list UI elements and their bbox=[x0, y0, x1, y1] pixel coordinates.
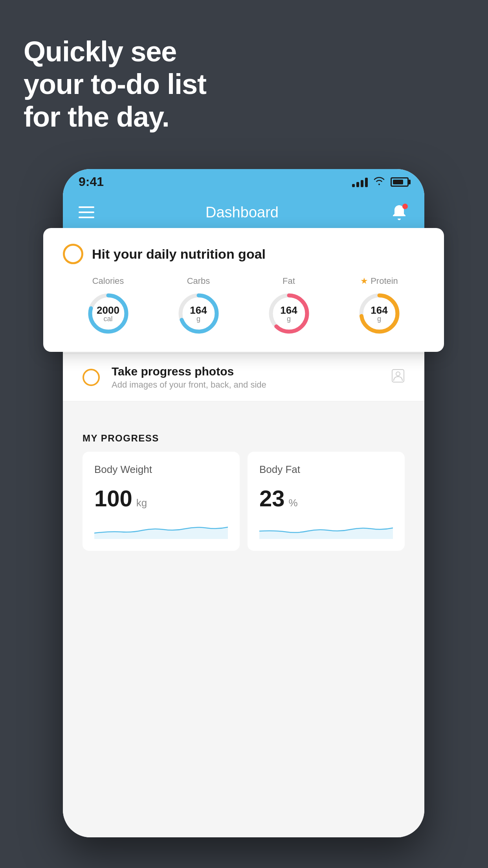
status-icons bbox=[352, 176, 409, 188]
body-weight-value-row: 100 kg bbox=[94, 485, 228, 511]
donut-center-calories: 2000 cal bbox=[97, 305, 119, 322]
nutrition-circles: Calories 2000 cal Carbs bbox=[63, 276, 424, 336]
donut-fat: 164 g bbox=[266, 291, 312, 336]
nutrition-item-fat: Fat 164 g bbox=[266, 276, 312, 336]
calories-unit: cal bbox=[97, 315, 119, 322]
hamburger-menu[interactable] bbox=[79, 206, 94, 218]
body-weight-card: Body Weight 100 kg bbox=[83, 452, 240, 551]
nutrition-label-fat: Fat bbox=[283, 276, 295, 286]
protein-value: 164 bbox=[371, 305, 387, 315]
notification-dot bbox=[402, 204, 408, 209]
donut-calories: 2000 cal bbox=[86, 291, 131, 336]
calories-value: 2000 bbox=[97, 305, 119, 315]
person-icon bbox=[391, 369, 405, 386]
body-weight-chart bbox=[94, 519, 228, 539]
star-icon: ★ bbox=[360, 276, 368, 286]
progress-cards: Body Weight 100 kg Body Fat bbox=[83, 452, 405, 551]
body-fat-value: 23 bbox=[259, 485, 285, 511]
progress-title: MY PROGRESS bbox=[83, 433, 405, 444]
nav-title: Dashboard bbox=[205, 204, 279, 221]
todo-item-photos[interactable]: Take progress photos Add images of your … bbox=[63, 354, 424, 401]
body-fat-unit: % bbox=[289, 497, 298, 509]
body-fat-title: Body Fat bbox=[259, 463, 393, 476]
status-time: 9:41 bbox=[79, 175, 104, 189]
svg-point-3 bbox=[396, 372, 400, 376]
fat-value: 164 bbox=[280, 305, 297, 315]
body-fat-chart bbox=[259, 519, 393, 539]
body-fat-card: Body Fat 23 % bbox=[248, 452, 405, 551]
todo-name-photos: Take progress photos bbox=[112, 365, 380, 378]
donut-center-carbs: 164 g bbox=[190, 305, 207, 322]
body-fat-value-row: 23 % bbox=[259, 485, 393, 511]
signal-icon bbox=[352, 177, 368, 187]
todo-sub-photos: Add images of your front, back, and side bbox=[112, 380, 380, 390]
nutrition-item-carbs: Carbs 164 g bbox=[176, 276, 221, 336]
body-weight-unit: kg bbox=[136, 497, 147, 509]
donut-center-protein: 164 g bbox=[371, 305, 387, 322]
battery-icon bbox=[391, 177, 409, 187]
progress-section: MY PROGRESS Body Weight 100 kg bbox=[63, 417, 424, 551]
nutrition-label-carbs: Carbs bbox=[187, 276, 210, 286]
card-header: Hit your daily nutrition goal bbox=[63, 244, 424, 264]
nutrition-item-calories: Calories 2000 cal bbox=[86, 276, 131, 336]
wifi-icon bbox=[373, 176, 385, 188]
nutrition-item-protein: ★ Protein 164 g bbox=[357, 276, 402, 336]
todo-circle-photos bbox=[83, 369, 100, 386]
donut-carbs: 164 g bbox=[176, 291, 221, 336]
nutrition-label-protein-text: Protein bbox=[371, 276, 398, 286]
card-circle-check bbox=[63, 244, 83, 264]
nav-bar: Dashboard bbox=[63, 195, 424, 230]
todo-text-photos: Take progress photos Add images of your … bbox=[112, 365, 380, 390]
carbs-value: 164 bbox=[190, 305, 207, 315]
card-title: Hit your daily nutrition goal bbox=[92, 246, 266, 262]
protein-unit: g bbox=[371, 315, 387, 322]
donut-protein: 164 g bbox=[357, 291, 402, 336]
carbs-unit: g bbox=[190, 315, 207, 322]
status-bar: 9:41 bbox=[63, 169, 424, 195]
headline: Quickly see your to-do list for the day. bbox=[24, 35, 206, 133]
headline-line1: Quickly see bbox=[24, 35, 206, 68]
headline-line2: your to-do list bbox=[24, 68, 206, 101]
body-weight-value: 100 bbox=[94, 485, 132, 511]
headline-line3: for the day. bbox=[24, 101, 206, 133]
nutrition-label-protein: ★ Protein bbox=[360, 276, 398, 286]
fat-unit: g bbox=[280, 315, 297, 322]
floating-card: Hit your daily nutrition goal Calories 2… bbox=[43, 228, 444, 352]
body-weight-title: Body Weight bbox=[94, 463, 228, 476]
bell-icon[interactable] bbox=[390, 203, 409, 222]
donut-center-fat: 164 g bbox=[280, 305, 297, 322]
nutrition-label-calories: Calories bbox=[92, 276, 124, 286]
